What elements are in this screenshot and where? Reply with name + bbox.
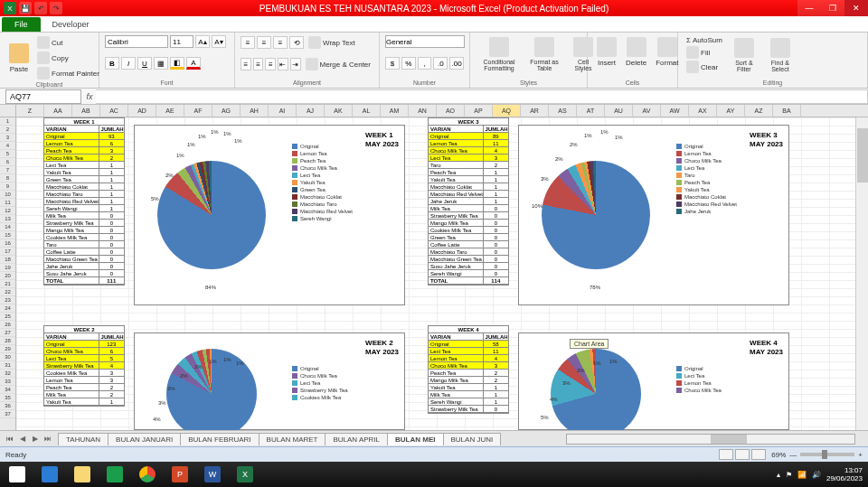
row-header[interactable]: 30 — [0, 353, 15, 361]
column-header[interactable]: AQ — [493, 105, 521, 117]
insert-cells-button[interactable]: Insert — [593, 35, 620, 69]
column-header[interactable]: AI — [269, 105, 297, 117]
row-header[interactable]: 8 — [0, 174, 15, 183]
conditional-formatting-button[interactable]: Conditional Formatting — [476, 35, 523, 73]
taskbar-explorer[interactable] — [67, 463, 98, 486]
zoom-control[interactable]: 69%—+ — [771, 451, 863, 459]
column-header[interactable]: AC — [100, 105, 128, 117]
column-header[interactable]: AD — [128, 105, 156, 117]
align-right-button[interactable]: ≡ — [265, 58, 276, 70]
row-header[interactable]: 33 — [0, 378, 15, 386]
start-button[interactable] — [2, 463, 33, 486]
italic-button[interactable]: I — [121, 57, 136, 70]
taskbar-store[interactable] — [99, 463, 130, 486]
row-header[interactable]: 36 — [0, 402, 15, 410]
font-color-button[interactable]: A — [186, 57, 201, 70]
column-header[interactable]: AJ — [297, 105, 325, 117]
row-header[interactable]: 18 — [0, 256, 15, 264]
column-header[interactable]: AY — [717, 105, 745, 117]
percent-button[interactable]: % — [401, 57, 416, 70]
underline-button[interactable]: U — [137, 57, 152, 70]
tray-network-icon[interactable]: 📶 — [797, 471, 807, 479]
comma-button[interactable]: , — [418, 57, 432, 70]
row-header[interactable]: 31 — [0, 361, 15, 370]
sheet-tab[interactable]: BULAN MARET — [259, 433, 326, 445]
scroll-thumb[interactable] — [857, 128, 868, 183]
worksheet-area[interactable]: 1234567891011121314151617181920212223242… — [0, 117, 868, 430]
merge-center-button[interactable]: Merge & Center — [303, 57, 373, 71]
align-top-button[interactable]: ≡ — [241, 36, 255, 49]
clear-button[interactable]: Clear — [684, 60, 725, 74]
chart-week1[interactable]: 84% 5% 2% 1% 1% 1% 1% 1% 1% WEEK 1MAY 20… — [134, 125, 405, 305]
fill-color-button[interactable]: ◧ — [170, 57, 184, 70]
row-header[interactable]: 20 — [0, 272, 15, 280]
cut-button[interactable]: Cut — [34, 35, 102, 50]
vertical-scrollbar[interactable] — [855, 117, 868, 430]
row-header[interactable]: 27 — [0, 329, 15, 337]
number-format-select[interactable] — [385, 35, 465, 48]
ribbon-tab-developer[interactable]: Developer — [42, 16, 108, 32]
align-left-button[interactable]: ≡ — [241, 58, 251, 70]
column-header[interactable]: AA — [44, 105, 72, 117]
paste-button[interactable]: Paste — [5, 42, 33, 75]
undo-icon[interactable]: ↶ — [34, 2, 47, 14]
view-buttons[interactable] — [719, 449, 766, 460]
save-icon[interactable]: 💾 — [19, 2, 32, 14]
column-header[interactable]: AK — [325, 105, 353, 117]
taskbar-chrome[interactable] — [132, 463, 163, 486]
format-painter-button[interactable]: Format Painter — [34, 66, 102, 80]
sheet-tab[interactable]: BULAN MEI — [387, 433, 443, 445]
fill-button[interactable]: Fill — [684, 45, 725, 60]
column-header[interactable]: AE — [156, 105, 184, 117]
minimize-button[interactable]: — — [797, 0, 821, 16]
format-as-table-button[interactable]: Format as Table — [524, 35, 564, 73]
row-header[interactable]: 1 — [0, 117, 15, 126]
sheet-tab-nav[interactable]: ⏮◀▶⏭ — [0, 435, 58, 443]
file-tab[interactable]: File — [2, 17, 41, 32]
row-header[interactable]: 19 — [0, 264, 15, 272]
column-header[interactable]: AV — [633, 105, 661, 117]
grow-font-button[interactable]: A▴ — [195, 35, 210, 48]
chart-week4[interactable]: 5% 4% 3% 2% 1% 1% WEEK 4MAY 2023 Origina… — [518, 332, 789, 430]
row-header[interactable]: 15 — [0, 231, 15, 239]
tray-volume-icon[interactable]: 🔊 — [812, 471, 821, 479]
border-button[interactable]: ▦ — [154, 57, 168, 70]
row-header[interactable]: 4 — [0, 142, 15, 150]
horizontal-scrollbar[interactable] — [500, 434, 868, 445]
sheet-tab[interactable]: BULAN FEBRUARI — [180, 433, 259, 445]
sheet-tab[interactable]: TAHUNAN — [58, 433, 108, 445]
column-header[interactable]: AX — [689, 105, 717, 117]
fx-icon[interactable]: fx — [83, 92, 96, 101]
column-header[interactable]: AG — [212, 105, 241, 117]
row-header[interactable]: 10 — [0, 191, 15, 199]
wrap-text-button[interactable]: Wrap Text — [306, 35, 358, 50]
column-header[interactable]: Z — [16, 105, 44, 117]
row-header[interactable]: 14 — [0, 223, 15, 231]
column-header[interactable]: AP — [465, 105, 493, 117]
sheet-tab[interactable]: BULAN JANUARI — [108, 433, 181, 445]
row-header[interactable]: 24 — [0, 304, 15, 313]
column-header[interactable]: AR — [521, 105, 549, 117]
taskbar-ie[interactable] — [34, 463, 65, 486]
column-header[interactable]: BA — [773, 105, 801, 117]
orientation-button[interactable]: ⟲ — [289, 36, 304, 49]
autosum-button[interactable]: ΣAutoSum — [684, 35, 725, 45]
copy-button[interactable]: Copy — [34, 51, 102, 65]
column-header[interactable]: AU — [605, 105, 633, 117]
row-header[interactable]: 26 — [0, 321, 15, 329]
name-box[interactable] — [5, 89, 81, 104]
font-name-input[interactable] — [105, 35, 168, 48]
row-header[interactable]: 6 — [0, 158, 15, 166]
row-header[interactable]: 12 — [0, 207, 15, 215]
column-header[interactable]: AZ — [745, 105, 773, 117]
column-header[interactable]: AO — [437, 105, 465, 117]
row-header[interactable]: 34 — [0, 386, 15, 394]
tray-up-icon[interactable]: ▴ — [777, 471, 780, 479]
column-header[interactable]: AT — [577, 105, 605, 117]
align-middle-button[interactable]: ≡ — [257, 36, 271, 49]
row-header[interactable]: 7 — [0, 166, 15, 174]
column-header[interactable]: AL — [353, 105, 381, 117]
row-header[interactable]: 17 — [0, 248, 15, 256]
taskbar-word[interactable]: W — [197, 463, 228, 486]
close-button[interactable]: ✕ — [844, 0, 868, 16]
